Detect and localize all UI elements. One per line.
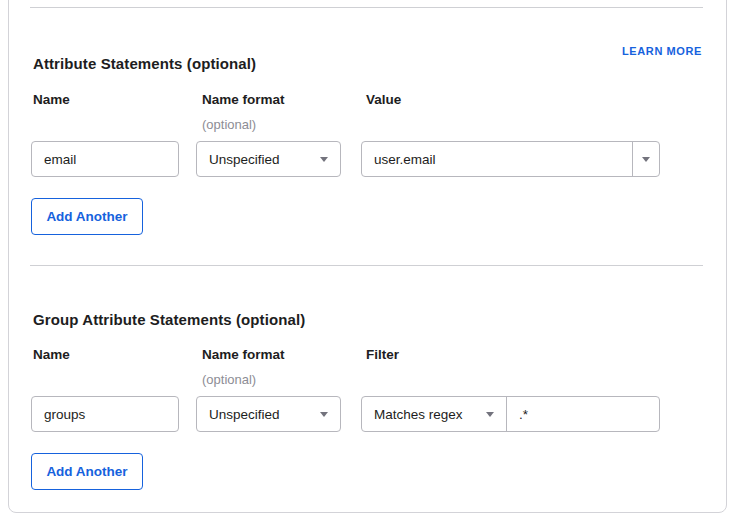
column-header-name-format: Name format [202,347,285,362]
column-header-value: Value [366,92,401,107]
attribute-name-format-select[interactable]: Unspecified [196,141,341,177]
section-divider [30,7,703,8]
group-name-format-value: Unspecified [197,407,280,422]
group-name-format-select[interactable]: Unspecified [196,396,341,432]
column-header-filter: Filter [366,347,399,362]
chevron-down-icon [642,157,650,162]
chevron-down-icon [486,412,494,417]
attribute-statements-title: Attribute Statements (optional) [33,55,256,72]
settings-card [8,0,727,513]
chevron-down-icon [320,412,328,417]
section-divider [30,265,703,266]
group-attribute-statements-title: Group Attribute Statements (optional) [33,311,305,328]
chevron-down-icon [320,157,328,162]
column-header-name-format: Name format [202,92,285,107]
attribute-value-combo [361,141,660,177]
name-format-optional-note: (optional) [202,372,256,387]
add-another-attribute-button[interactable]: Add Another [31,198,143,235]
add-another-group-attribute-button[interactable]: Add Another [31,453,143,490]
attribute-name-input[interactable] [32,142,178,176]
attribute-value-dropdown-button[interactable] [632,142,659,176]
attribute-name-format-value: Unspecified [197,152,280,167]
attribute-name-field[interactable] [31,141,179,177]
group-filter-type-select[interactable]: Matches regex [362,397,507,431]
attribute-value-input[interactable] [362,142,632,176]
group-filter-combo: Matches regex [361,396,660,432]
column-header-name: Name [33,347,70,362]
learn-more-link[interactable]: LEARN MORE [622,45,702,57]
column-header-name: Name [33,92,70,107]
saml-settings-page: Attribute Statements (optional) LEARN MO… [0,0,737,530]
name-format-optional-note: (optional) [202,117,256,132]
group-attribute-name-input[interactable] [32,397,178,431]
group-filter-type-value: Matches regex [362,407,463,422]
group-filter-value-input[interactable] [507,397,659,431]
group-attribute-name-field[interactable] [31,396,179,432]
